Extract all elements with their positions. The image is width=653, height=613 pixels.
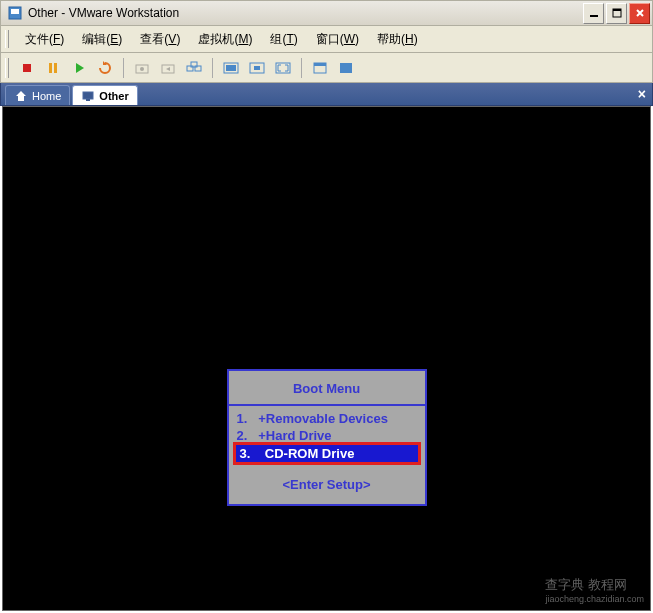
title-bar: Other - VMware Workstation [0,0,653,26]
close-button[interactable] [629,3,650,24]
menu-vm[interactable]: 虚拟机(M) [190,28,260,51]
svg-marker-25 [16,91,26,101]
manage-snapshots-button[interactable] [182,56,206,80]
svg-marker-8 [76,63,84,73]
watermark-text: 查字典 教程网 [545,577,627,592]
console-view-button[interactable] [334,56,358,80]
svg-rect-23 [314,63,326,66]
svg-rect-2 [590,15,598,17]
svg-rect-27 [86,99,90,101]
svg-point-11 [140,67,144,71]
menu-help[interactable]: 帮助(H) [369,28,426,51]
tab-close-button[interactable]: × [638,86,646,102]
toolbar-grip [5,58,9,78]
menu-window[interactable]: 窗口(W) [308,28,367,51]
svg-rect-24 [340,63,352,73]
svg-rect-6 [49,63,52,73]
bios-boot-menu: Boot Menu 1. +Removable Devices 2. +Hard… [227,369,427,506]
reset-button[interactable] [93,56,117,80]
watermark: 查字典 教程网 jiaocheng.chazidian.com [545,576,644,604]
boot-enter-setup[interactable]: <Enter Setup> [233,477,421,492]
boot-menu-title: Boot Menu [229,371,425,404]
svg-rect-7 [54,63,57,73]
fullscreen-button[interactable] [271,56,295,80]
window-title: Other - VMware Workstation [28,6,583,20]
tab-label: Home [32,90,61,102]
app-icon [7,5,23,21]
tabs-bar: Home Other × [0,83,653,106]
svg-rect-18 [226,65,236,71]
svg-rect-20 [254,66,260,70]
summary-view-button[interactable] [308,56,332,80]
menu-team[interactable]: 组(T) [262,28,305,51]
svg-rect-4 [613,9,621,11]
toolbar-separator [123,58,124,78]
toolbar-separator [212,58,213,78]
suspend-button[interactable] [41,56,65,80]
menu-file[interactable]: 文件(F) [17,28,72,51]
toolbar [0,53,653,83]
menubar-grip [5,30,9,48]
svg-rect-1 [11,9,19,14]
svg-rect-26 [83,92,93,99]
revert-button [156,56,180,80]
window-controls [583,3,650,24]
poweroff-button[interactable] [15,56,39,80]
watermark-url: jiaocheng.chazidian.com [545,594,644,604]
svg-marker-13 [166,67,170,71]
menu-view[interactable]: 查看(V) [132,28,188,51]
play-button[interactable] [67,56,91,80]
vm-icon [81,89,95,103]
tab-home[interactable]: Home [5,85,70,105]
vm-display[interactable]: Boot Menu 1. +Removable Devices 2. +Hard… [2,106,651,611]
toolbar-separator [301,58,302,78]
boot-item-removable[interactable]: 1. +Removable Devices [233,410,421,427]
quick-switch-button[interactable] [245,56,269,80]
boot-menu-body: 1. +Removable Devices 2. +Hard Drive 3. … [229,404,425,504]
show-console-button[interactable] [219,56,243,80]
minimize-button[interactable] [583,3,604,24]
boot-item-cdrom[interactable]: 3. CD-ROM Drive [233,442,421,465]
tab-label: Other [99,90,128,102]
menu-bar: 文件(F) 编辑(E) 查看(V) 虚拟机(M) 组(T) 窗口(W) 帮助(H… [0,26,653,53]
menu-edit[interactable]: 编辑(E) [74,28,130,51]
home-icon [14,89,28,103]
maximize-button[interactable] [606,3,627,24]
tab-other[interactable]: Other [72,85,137,105]
snapshot-button [130,56,154,80]
svg-rect-5 [23,64,31,72]
